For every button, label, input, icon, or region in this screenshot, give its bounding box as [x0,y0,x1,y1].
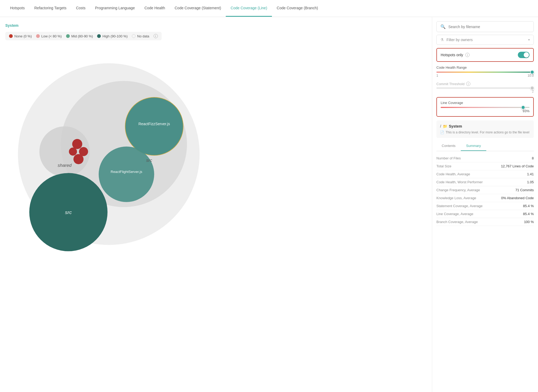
svg-point-10 [99,146,154,202]
tabs-row: ContentsSummary [436,141,534,151]
svg-text:shared: shared [58,163,72,168]
nav-item-costs[interactable]: Costs [71,0,90,17]
toggle-knob [524,52,529,58]
svg-text:ReactFizzServer.js: ReactFizzServer.js [138,122,170,126]
legend-item-low: Low (< 80 %) [36,34,62,38]
dir-description: 📄 This is a directory level. For more ac… [440,130,530,134]
left-panel: System None (0 %)Low (< 80 %)Mid (80-90 … [0,17,432,392]
stat-row: Total Size12,767 Lines of Code [436,162,534,170]
hotspots-toggle[interactable] [518,52,530,58]
code-health-range-label: Code Health Range [436,66,534,69]
svg-text:src: src [146,158,152,163]
svg-point-8 [125,97,183,155]
nav-item-code-health[interactable]: Code Health [140,0,170,17]
legend-item-mid: Mid (80-90 %) [66,34,93,38]
system-label: System [5,23,427,28]
stat-row: Code Health, Worst Performer1.05 [436,178,534,186]
stat-label: Code Health, Worst Performer [436,180,483,184]
legend-dot-mid [66,34,70,38]
svg-point-6 [73,154,84,164]
legend-label-nodata: No data [137,34,149,38]
stat-row: Code Health, Average1.41 [436,170,534,178]
commit-threshold-value: 2 [436,90,534,93]
stat-label: Number of Files [436,156,461,160]
legend-dot-nodata [132,34,136,38]
nav-item-hotspots[interactable]: Hotspots [5,0,29,17]
main-layout: System None (0 %)Low (< 80 %)Mid (80-90 … [0,17,538,392]
stat-value: 0% Abandoned Code [501,196,534,200]
stat-value: 85.4 % [523,204,534,208]
search-box[interactable]: 🔍 [436,21,534,32]
hotspots-row: Hotspots only i [436,48,534,62]
code-health-range-labels: 1 10.0 [436,74,534,77]
legend: None (0 %)Low (< 80 %)Mid (80-90 %)High … [5,32,162,40]
stat-value: 1.05 [527,180,534,184]
stat-value: 1.41 [527,172,534,176]
svg-point-7 [69,147,77,155]
legend-dot-high [97,34,101,38]
nav-item-programming-language[interactable]: Programming Language [90,0,140,17]
hotspots-label: Hotspots only [441,53,463,57]
filter-owners-box[interactable]: ⚗ Filter by owners ▾ [436,35,534,45]
code-health-range-track[interactable] [436,72,534,73]
nav-item-code-coverage-statement[interactable]: Code Coverage (Statement) [170,0,226,17]
bubble-chart[interactable]: shared ReactFizzServer.js ReactFlightSer… [5,46,212,252]
svg-text:src: src [65,210,72,215]
hotspots-info-icon[interactable]: i [465,53,470,57]
stat-label: Total Size [436,164,451,168]
tab-summary[interactable]: Summary [461,141,486,151]
filter-icon: ⚗ [440,38,444,42]
legend-label-mid: Mid (80-90 %) [71,34,93,38]
svg-text:ReactFlightServer.js: ReactFlightServer.js [111,170,142,174]
line-coverage-box: Line Coverage 93% [436,97,534,117]
code-health-range-max: 10.0 [528,74,534,77]
stat-label: Statement Coverage, Average [436,204,483,208]
stat-label: Line Coverage, Average [436,212,473,216]
stat-label: Knowledge Loss, Average [436,196,476,200]
dir-icon: 📄 [440,130,444,134]
search-input[interactable] [448,25,530,29]
nav-bar: HotspotsRefactoring TargetsCostsProgramm… [0,0,538,17]
nav-item-refactoring[interactable]: Refactoring Targets [29,0,71,17]
folder-icon: 📁 [443,124,447,128]
code-health-range-container: Code Health Range 1 10.0 [436,66,534,77]
dir-name: System [449,124,462,128]
legend-info-icon[interactable]: i [154,34,158,38]
commit-threshold-label: Commit Threshold [436,82,465,86]
hotspots-left: Hotspots only i [441,53,470,57]
line-coverage-track[interactable] [441,107,530,108]
stat-label: Code Health, Average [436,172,470,176]
stats-table: Number of Files8Total Size12,767 Lines o… [436,154,534,226]
code-health-range-thumb[interactable] [530,70,534,74]
legend-item-none: None (0 %) [9,34,32,38]
stat-row: Branch Coverage, Average100 % [436,218,534,226]
line-coverage-value: 93% [441,109,530,113]
stat-value: 85.4 % [523,212,534,216]
stat-row: Knowledge Loss, Average0% Abandoned Code [436,194,534,202]
tab-contents[interactable]: Contents [436,141,461,151]
stat-row: Number of Files8 [436,154,534,162]
legend-dot-none [9,34,13,38]
stat-row: Statement Coverage, Average85.4 % [436,202,534,210]
legend-item-nodata: No data [132,34,149,38]
search-icon: 🔍 [440,24,446,29]
filter-label: Filter by owners [446,38,473,42]
chevron-down-icon: ▾ [528,38,530,42]
commit-threshold-track[interactable] [436,88,534,89]
commit-threshold-thumb[interactable] [530,86,534,90]
right-panel: 🔍 ⚗ Filter by owners ▾ Hotspots only i C… [432,17,538,392]
code-health-range-min: 1 [436,74,438,77]
legend-label-high: High (90-100 %) [102,34,128,38]
filter-left: ⚗ Filter by owners [440,38,473,42]
nav-item-code-coverage-branch[interactable]: Code Coverage (Branch) [272,0,323,17]
commit-threshold-info-icon[interactable]: i [466,82,470,86]
dir-info: / 📁 System 📄 This is a directory level. … [436,120,534,138]
nav-item-code-coverage-line[interactable]: Code Coverage (Line) [226,0,272,17]
stat-row: Line Coverage, Average85.4 % [436,210,534,218]
stat-label: Change Frequency, Average [436,188,480,192]
stat-value: 100 % [524,220,534,224]
legend-dot-low [36,34,40,38]
stat-row: Change Frequency, Average71 Commits [436,186,534,194]
commit-threshold-row: Commit Threshold i [436,82,534,86]
line-coverage-thumb[interactable] [521,105,525,110]
